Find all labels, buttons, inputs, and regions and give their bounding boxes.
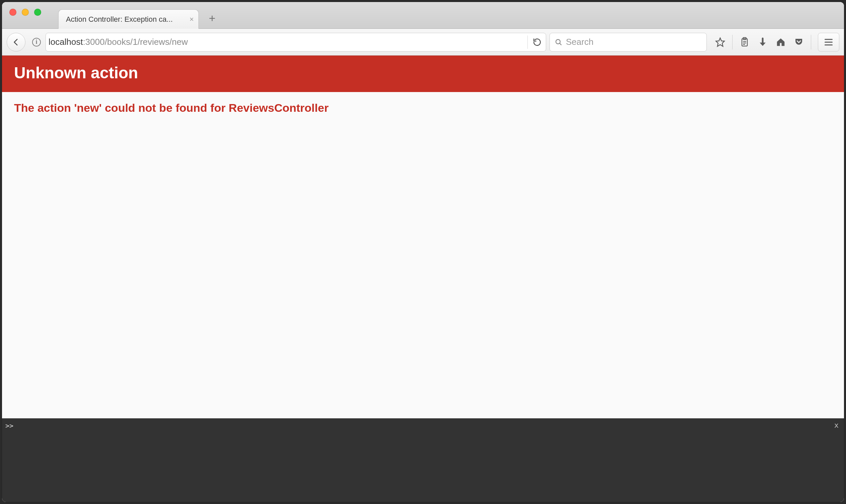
search-box[interactable] [550,33,707,52]
address-text: localhost:3000/books/1/reviews/new [49,37,188,47]
downloads-button[interactable] [755,34,771,50]
tab-title: Action Controller: Exception ca... [66,15,173,24]
toolbar-separator [732,35,733,50]
console-close-icon[interactable]: x [834,421,839,429]
window-controls [10,9,41,16]
console-prompt: >> [5,422,13,430]
pocket-button[interactable] [791,34,807,50]
url-port: :3000 [83,37,105,47]
clipboard-button[interactable] [737,34,753,50]
reload-button[interactable] [533,37,542,47]
rails-error-header: Unknown action [2,56,844,92]
back-arrow-icon [12,38,20,47]
toolbar-icons [712,33,839,52]
rails-web-console[interactable]: >> x [2,418,844,502]
bookmark-star-button[interactable] [712,34,728,50]
back-button[interactable] [7,33,25,52]
star-icon [715,37,725,47]
home-button[interactable] [773,34,789,50]
page-viewport: Unknown action The action 'new' could no… [2,56,844,502]
pocket-icon [794,37,804,47]
page-blank-area [2,124,844,418]
minimize-window-button[interactable] [22,9,29,16]
search-icon [555,38,562,46]
download-arrow-icon [758,37,768,47]
plus-icon: + [209,12,216,24]
url-host: localhost [49,37,83,47]
error-title: Unknown action [14,64,832,82]
search-input[interactable] [566,37,702,47]
url-path: /books/1/reviews/new [105,37,188,47]
toolbar-separator [811,35,811,50]
titlebar: Action Controller: Exception ca... × + [2,2,844,29]
addressbar-divider [527,35,528,49]
browser-window: Action Controller: Exception ca... × + i… [2,2,844,502]
svg-marker-2 [716,38,724,46]
new-tab-button[interactable]: + [206,13,218,25]
close-window-button[interactable] [10,9,16,16]
svg-marker-8 [760,42,766,46]
toolbar: i localhost:3000/books/1/reviews/new [2,29,844,56]
address-bar[interactable]: localhost:3000/books/1/reviews/new [46,33,546,52]
reload-icon [533,38,541,47]
tab-close-icon[interactable]: × [190,15,194,24]
browser-tab[interactable]: Action Controller: Exception ca... × [58,10,199,29]
svg-line-1 [560,43,561,45]
error-message: The action 'new' could not be found for … [14,102,832,114]
hamburger-icon [824,38,833,46]
tab-strip: Action Controller: Exception ca... × + [58,2,218,29]
rails-error-body: The action 'new' could not be found for … [2,92,844,124]
clipboard-icon [740,37,749,47]
hamburger-menu-button[interactable] [818,33,839,52]
home-icon [776,37,786,47]
site-info-icon[interactable]: i [32,38,41,47]
zoom-window-button[interactable] [34,9,41,16]
